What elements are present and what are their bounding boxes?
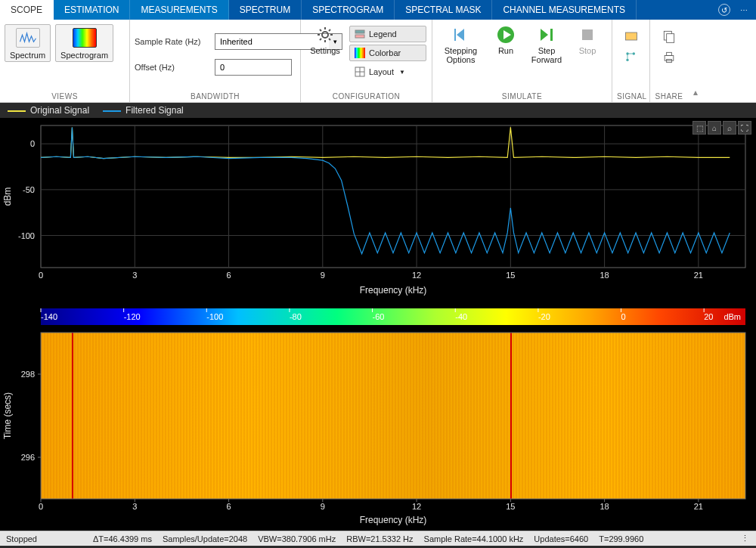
- svg-text:-20: -20: [538, 312, 550, 321]
- run-button[interactable]: Run: [486, 24, 525, 57]
- svg-rect-16: [665, 56, 674, 61]
- svg-text:0: 0: [30, 139, 35, 148]
- spectrogram-chart[interactable]: -140-120-100-80-60-40-20020dBm0369121518…: [0, 299, 756, 531]
- svg-text:6: 6: [226, 271, 231, 280]
- view-spectrogram-label: Spectrogram: [60, 51, 108, 60]
- svg-text:0: 0: [621, 312, 626, 321]
- svg-text:9: 9: [321, 271, 325, 280]
- stepping-options-button[interactable]: Stepping Options: [437, 24, 485, 66]
- ribbon: Spectrum Spectrogram VIEWS Sample Rate (…: [0, 20, 756, 103]
- svg-rect-9: [582, 29, 593, 40]
- legend-toggle-button[interactable]: Legend: [349, 26, 426, 42]
- legend-label: Legend: [369, 29, 397, 39]
- svg-text:-140: -140: [41, 312, 57, 321]
- svg-rect-1: [355, 30, 364, 33]
- status-bar: Stopped ΔT=46.4399 ms Samples/Update=204…: [0, 531, 756, 546]
- run-label: Run: [498, 46, 513, 55]
- svg-text:-100: -100: [18, 231, 35, 240]
- settings-button[interactable]: Settings: [305, 24, 345, 57]
- svg-text:15: 15: [506, 502, 515, 511]
- svg-text:18: 18: [600, 271, 609, 280]
- svg-text:18: 18: [600, 502, 609, 511]
- svg-text:15: 15: [506, 271, 515, 280]
- svg-rect-15: [667, 34, 674, 43]
- section-bandwidth-label: BANDWIDTH: [135, 91, 296, 102]
- step-forward-button[interactable]: Step Forward: [527, 24, 566, 66]
- svg-text:20: 20: [704, 312, 713, 321]
- stop-icon: [578, 26, 596, 44]
- svg-rect-17: [667, 52, 672, 55]
- status-updates: Updates=6460: [534, 534, 588, 543]
- svg-text:0: 0: [39, 502, 43, 511]
- status-t: T=299.9960: [599, 534, 643, 543]
- sample-rate-label: Sample Rate (Hz): [135, 37, 210, 46]
- tab-estimation[interactable]: ESTIMATION: [54, 0, 130, 20]
- svg-text:dBm: dBm: [2, 187, 13, 206]
- zoom-icon[interactable]: ⌕: [723, 121, 736, 135]
- svg-text:298: 298: [21, 370, 35, 379]
- view-spectrum-button[interactable]: Spectrum: [5, 24, 51, 62]
- status-rbw: RBW=21.5332 Hz: [346, 534, 413, 543]
- view-spectrum-label: Spectrum: [10, 51, 45, 60]
- stop-button[interactable]: Stop: [568, 24, 607, 57]
- tab-channel-measurements[interactable]: CHANNEL MEASUREMENTS: [492, 0, 637, 20]
- pan-icon[interactable]: ⬚: [692, 121, 706, 135]
- layout-button[interactable]: Layout ▼: [349, 63, 426, 80]
- section-simulate-label: SIMULATE: [437, 91, 607, 102]
- view-spectrogram-button[interactable]: Spectrogram: [55, 24, 113, 62]
- svg-text:12: 12: [412, 271, 421, 280]
- svg-rect-6: [454, 29, 456, 41]
- svg-text:21: 21: [694, 502, 703, 511]
- print-button[interactable]: [662, 50, 677, 65]
- plots-area: Original Signal Filtered Signal 03691215…: [0, 103, 756, 531]
- svg-text:296: 296: [21, 453, 35, 462]
- svg-rect-19: [41, 125, 745, 268]
- home-icon[interactable]: ⌂: [708, 121, 721, 135]
- fullscreen-icon[interactable]: ⛶: [738, 121, 751, 135]
- status-srate: Sample Rate=44.1000 kHz: [424, 534, 524, 543]
- svg-rect-2: [355, 35, 364, 38]
- offset-label: Offset (Hz): [135, 63, 210, 72]
- legend-icon: [355, 29, 365, 39]
- tab-spectral-mask[interactable]: SPECTRAL MASK: [395, 0, 492, 20]
- step-fwd-label: Step Forward: [531, 46, 562, 64]
- legend-original-label: Original Signal: [30, 105, 89, 116]
- plot-legend: Original Signal Filtered Signal: [0, 103, 756, 118]
- legend-filtered-label: Filtered Signal: [125, 105, 184, 116]
- stepping-label: Stepping Options: [442, 46, 480, 64]
- status-dt: ΔT=46.4399 ms: [93, 534, 152, 543]
- stop-label: Stop: [579, 46, 596, 55]
- ribbon-collapse-button[interactable]: ▴: [688, 20, 703, 102]
- layout-label: Layout: [369, 67, 394, 76]
- svg-text:9: 9: [321, 502, 325, 511]
- svg-rect-10: [625, 33, 637, 40]
- restore-defaults-icon[interactable]: ↺: [718, 4, 730, 16]
- tab-measurements[interactable]: MEASUREMENTS: [130, 0, 228, 20]
- svg-text:-100: -100: [206, 312, 223, 321]
- svg-text:dBm: dBm: [723, 312, 741, 321]
- signal-bottom-button[interactable]: [624, 50, 639, 65]
- svg-text:-60: -60: [373, 312, 385, 321]
- status-menu-icon[interactable]: ⋮: [741, 534, 750, 543]
- spectrum-chart[interactable]: 0369121518210-50-100Frequency (kHz)dBm ⬚…: [0, 118, 756, 299]
- settings-label: Settings: [310, 46, 340, 55]
- copy-button[interactable]: [662, 29, 677, 44]
- tab-scope[interactable]: SCOPE: [0, 0, 54, 20]
- svg-text:-80: -80: [290, 312, 302, 321]
- signal-top-button[interactable]: [624, 29, 639, 44]
- tab-spectrogram[interactable]: SPECTROGRAM: [302, 0, 395, 20]
- chevron-down-icon: ▼: [399, 69, 405, 76]
- svg-point-0: [322, 32, 328, 38]
- svg-text:-50: -50: [23, 185, 35, 194]
- section-share-label: SHARE: [655, 91, 683, 102]
- svg-text:Time (secs): Time (secs): [2, 392, 13, 439]
- offset-input[interactable]: [215, 59, 292, 76]
- more-icon[interactable]: ⋯: [738, 4, 750, 16]
- spectrum-icon: [16, 28, 40, 48]
- colorbar-toggle-button[interactable]: Colorbar: [349, 45, 426, 61]
- colorbar-label: Colorbar: [369, 48, 401, 57]
- tab-spectrum[interactable]: SPECTRUM: [229, 0, 302, 20]
- svg-rect-44: [41, 308, 745, 325]
- svg-text:0: 0: [39, 271, 43, 280]
- plot-toolbar: ⬚ ⌂ ⌕ ⛶: [692, 121, 751, 135]
